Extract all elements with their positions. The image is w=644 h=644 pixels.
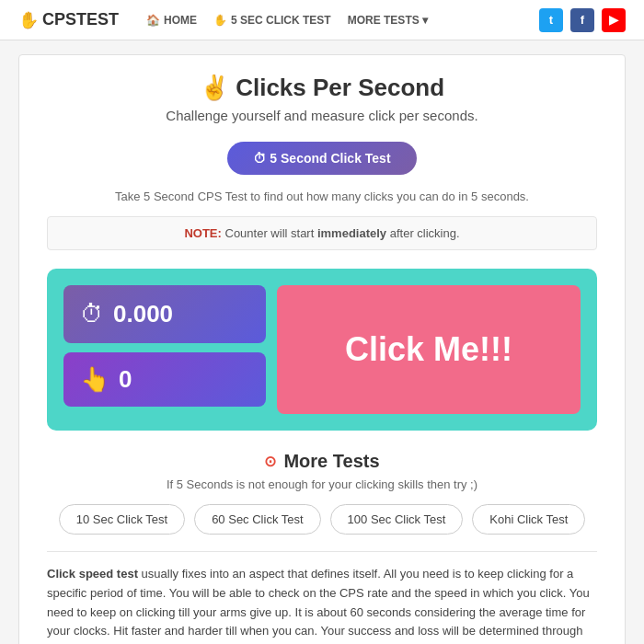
title-icon: ✌️ [200, 74, 229, 101]
clicks-stat: 👆 0 [63, 352, 266, 407]
social-icons: t f ▶ [539, 8, 626, 32]
logo-icon: ✋ [18, 10, 39, 30]
home-icon: 🏠 [146, 14, 160, 27]
more-tests-subtitle: If 5 Seconds is not enough for your clic… [47, 477, 597, 491]
clicks-value: 0 [119, 365, 132, 394]
more-tests-heading: More Tests [283, 451, 379, 472]
cta-icon: ⏱ [253, 151, 266, 166]
chevron-down-icon: ▾ [422, 14, 428, 27]
main-content: ✌️ Clicks Per Second Challenge yourself … [18, 54, 626, 644]
nav-home-label: HOME [164, 14, 197, 27]
divider [47, 551, 597, 552]
navbar: ✋ CPSTEST 🏠 HOME ✋ 5 SEC CLICK TEST MORE… [0, 0, 644, 40]
nav-5sec-label: 5 SEC CLICK TEST [231, 14, 331, 27]
game-stats: ⏱ 0.000 👆 0 [63, 285, 266, 414]
more-tests-section: ⊙ More Tests If 5 Seconds is not enough … [47, 451, 597, 535]
note-emphasis: immediately [317, 226, 386, 240]
clock-icon: ⏱ [80, 300, 104, 328]
facebook-icon[interactable]: f [570, 8, 594, 32]
title-text: Clicks Per Second [236, 74, 444, 101]
note-box: NOTE: Counter will start immediately aft… [47, 216, 597, 250]
page-subtitle: Challenge yourself and measure click per… [47, 108, 597, 123]
time-value: 0.000 [113, 300, 173, 328]
nav-more-tests[interactable]: MORE TESTS ▾ [348, 14, 428, 27]
note-text: Counter will start [225, 226, 317, 240]
test-buttons: 10 Sec Click Test 60 Sec Click Test 100 … [47, 504, 597, 535]
page-title: ✌️ Clicks Per Second [47, 74, 597, 102]
youtube-icon[interactable]: ▶ [602, 8, 626, 32]
nav-5sec[interactable]: ✋ 5 SEC CLICK TEST [213, 14, 331, 27]
note-text2: after clicking. [390, 226, 460, 240]
more-tests-icon: ⊙ [264, 453, 276, 470]
click-me-button[interactable]: Click Me!!! [277, 285, 581, 414]
60sec-button[interactable]: 60 Sec Click Test [194, 504, 320, 535]
kohi-button[interactable]: Kohi Click Test [472, 504, 585, 535]
nav-links: 🏠 HOME ✋ 5 SEC CLICK TEST MORE TESTS ▾ [146, 14, 539, 27]
time-stat: ⏱ 0.000 [63, 285, 266, 343]
cta-button[interactable]: ⏱ 5 Second Click Test [227, 142, 416, 175]
10sec-button[interactable]: 10 Sec Click Test [59, 504, 185, 535]
cta-label: 5 Second Click Test [270, 151, 390, 166]
twitter-icon[interactable]: t [539, 8, 563, 32]
100sec-button[interactable]: 100 Sec Click Test [330, 504, 464, 535]
cta-description: Take 5 Second CPS Test to find out how m… [47, 190, 597, 203]
cursor-icon: 👆 [80, 365, 109, 394]
game-area: ⏱ 0.000 👆 0 Click Me!!! [47, 269, 597, 431]
more-tests-title: ⊙ More Tests [47, 451, 597, 472]
note-label: NOTE: [184, 226, 221, 240]
description-para1: Click speed test usually fixes into an a… [47, 565, 597, 644]
nav-more-label: MORE TESTS [348, 14, 420, 27]
click-icon: ✋ [213, 14, 227, 27]
description-section: Click speed test usually fixes into an a… [47, 565, 597, 644]
nav-home[interactable]: 🏠 HOME [146, 14, 197, 27]
site-logo[interactable]: ✋ CPSTEST [18, 10, 119, 30]
logo-text: CPSTEST [42, 10, 119, 29]
desc-bold: Click speed test [47, 567, 138, 581]
